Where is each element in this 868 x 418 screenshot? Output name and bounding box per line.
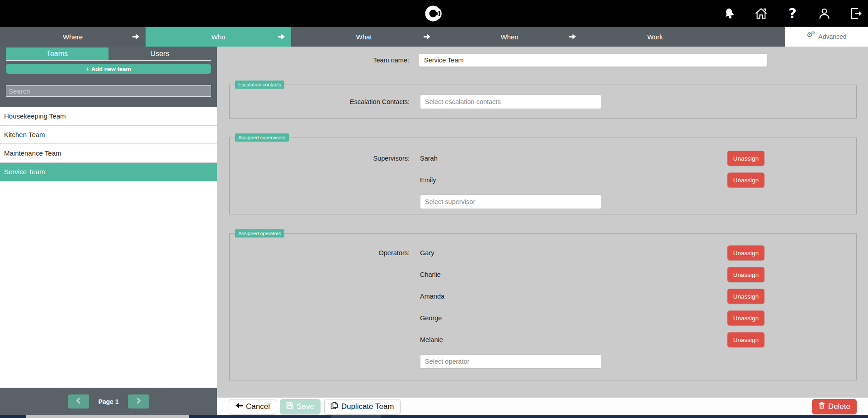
team-search-input[interactable]	[6, 85, 211, 97]
cogs-icon: ⚙ ⚙	[807, 33, 816, 41]
assigned-supervisors-legend: Assigned supervisors	[235, 133, 289, 142]
operators-label: Operators:	[230, 249, 410, 256]
assigned-operators-fieldset: Assigned operators Operators: Gary Unass…	[229, 229, 857, 380]
team-row-service-selected[interactable]: Service Team	[0, 163, 217, 181]
operator-row: Charlie Unassign	[230, 264, 856, 285]
team-list: Housekeeping Team Kitchen Team Maintenan…	[0, 107, 217, 181]
step-label: Where	[63, 33, 83, 41]
operator-row: Melanie Unassign	[230, 329, 856, 351]
tab-users-label: Users	[151, 50, 170, 58]
unassign-operator-charlie-button[interactable]: Unassign	[727, 267, 764, 282]
arrow-right-icon	[569, 33, 576, 41]
step-when[interactable]: When	[437, 27, 582, 47]
page-indicator: Page 1	[98, 398, 118, 405]
next-page-button[interactable]	[128, 394, 149, 408]
unassign-operator-melanie-button[interactable]: Unassign	[727, 332, 764, 347]
tab-teams-label: Teams	[47, 50, 68, 58]
operator-name: Melanie	[420, 336, 443, 343]
operator-row: George Unassign	[230, 307, 856, 329]
save-button[interactable]: Save	[280, 399, 321, 414]
sidebar-header: Teams Users + Add new team	[0, 47, 217, 107]
unassign-operator-george-button[interactable]: Unassign	[727, 311, 764, 326]
step-where[interactable]: Where	[0, 27, 146, 47]
team-row-housekeeping[interactable]: Housekeeping Team	[0, 107, 217, 126]
step-work[interactable]: Work	[582, 27, 728, 47]
step-what[interactable]: What	[291, 27, 437, 47]
step-label: Work	[647, 33, 663, 41]
team-detail-panel: Team name: Escalation contacts Escalatio…	[217, 47, 868, 397]
escalation-contacts-label: Escalation Contacts:	[230, 98, 410, 105]
advanced-label: Advanced	[818, 33, 846, 40]
horizontal-scrollbar-thumb-secondary[interactable]	[331, 415, 381, 418]
top-bar: ?	[0, 0, 868, 27]
sidebar-pagination: Page 1	[0, 388, 217, 415]
arrow-left-icon	[235, 402, 243, 411]
sidebar-tabs: Teams Users	[6, 48, 211, 61]
arrow-right-icon	[132, 33, 140, 41]
operator-row: Amanda Unassign	[230, 285, 856, 307]
operator-name: Gary	[420, 249, 434, 256]
escalation-contacts-fieldset: Escalation contacts Escalation Contacts:	[229, 81, 857, 119]
notifications-bell-icon[interactable]	[722, 6, 736, 21]
tab-teams[interactable]: Teams	[6, 48, 108, 60]
team-name-label: Team name:	[217, 57, 409, 64]
supervisor-name: Sarah	[420, 155, 438, 162]
delete-button[interactable]: Delete	[812, 399, 857, 414]
delete-label: Delete	[828, 402, 850, 411]
unassign-operator-amanda-button[interactable]: Unassign	[727, 289, 764, 304]
home-icon[interactable]	[754, 6, 768, 21]
cancel-label: Cancel	[246, 402, 270, 411]
sidebar: Teams Users + Add new team Housekeeping …	[0, 47, 217, 415]
duplicate-team-button[interactable]: Duplicate Team	[324, 399, 401, 414]
tab-users[interactable]: Users	[108, 48, 211, 60]
action-bar: Cancel Save Duplicate Team	[217, 397, 868, 415]
add-new-team-button[interactable]: + Add new team	[6, 64, 211, 74]
step-who[interactable]: Who	[146, 27, 291, 47]
step-label: Who	[212, 33, 226, 41]
team-row-kitchen[interactable]: Kitchen Team	[0, 126, 217, 144]
select-supervisor-input[interactable]	[420, 195, 601, 209]
unassign-supervisor-sarah-button[interactable]: Unassign	[727, 151, 764, 166]
workflow-step-nav: Where Who What When Work ⚙ ⚙ Advanced	[0, 27, 868, 47]
unassign-operator-gary-button[interactable]: Unassign	[727, 246, 764, 261]
duplicate-copy-icon	[330, 402, 338, 412]
nav-spacer	[728, 27, 785, 47]
cancel-button[interactable]: Cancel	[229, 399, 276, 414]
unassign-supervisor-emily-button[interactable]: Unassign	[727, 173, 764, 188]
add-new-team-label: Add new team	[91, 66, 131, 72]
chevron-right-icon	[135, 397, 142, 406]
plus-icon: +	[86, 66, 90, 72]
supervisor-row: Emily Unassign	[230, 169, 856, 191]
escalation-contacts-legend: Escalation contacts	[235, 81, 284, 89]
account-icon[interactable]	[817, 6, 831, 21]
previous-page-button[interactable]	[68, 394, 89, 408]
horizontal-scrollbar-thumb[interactable]	[26, 415, 189, 418]
logout-icon[interactable]	[849, 6, 863, 21]
assigned-operators-legend: Assigned operators	[235, 229, 284, 238]
supervisor-row: Supervisors: Sarah Unassign	[230, 147, 856, 169]
brand-logo	[423, 3, 445, 24]
operator-name: Charlie	[420, 271, 441, 278]
operator-row: Operators: Gary Unassign	[230, 242, 856, 264]
team-name-input[interactable]	[418, 53, 768, 67]
operator-name: George	[420, 314, 442, 322]
select-operator-input[interactable]	[420, 354, 601, 369]
save-floppy-icon	[286, 402, 293, 411]
step-label: When	[500, 33, 518, 41]
supervisor-name: Emily	[420, 176, 436, 184]
arrow-right-icon	[278, 33, 285, 41]
arrow-right-icon	[424, 33, 431, 41]
save-label: Save	[297, 402, 314, 411]
tab-advanced[interactable]: ⚙ ⚙ Advanced	[785, 27, 868, 47]
duplicate-team-label: Duplicate Team	[341, 402, 394, 411]
help-icon[interactable]: ?	[786, 6, 799, 21]
assigned-supervisors-fieldset: Assigned supervisors Supervisors: Sarah …	[229, 133, 857, 214]
step-label: What	[356, 33, 372, 41]
horizontal-scrollbar-track	[0, 415, 868, 418]
operator-name: Amanda	[420, 293, 444, 300]
chevron-left-icon	[75, 397, 82, 406]
escalation-contacts-select[interactable]	[420, 95, 601, 109]
supervisors-label: Supervisors:	[230, 155, 410, 162]
team-row-maintenance[interactable]: Maintenance Team	[0, 144, 217, 163]
trash-icon	[818, 402, 825, 411]
